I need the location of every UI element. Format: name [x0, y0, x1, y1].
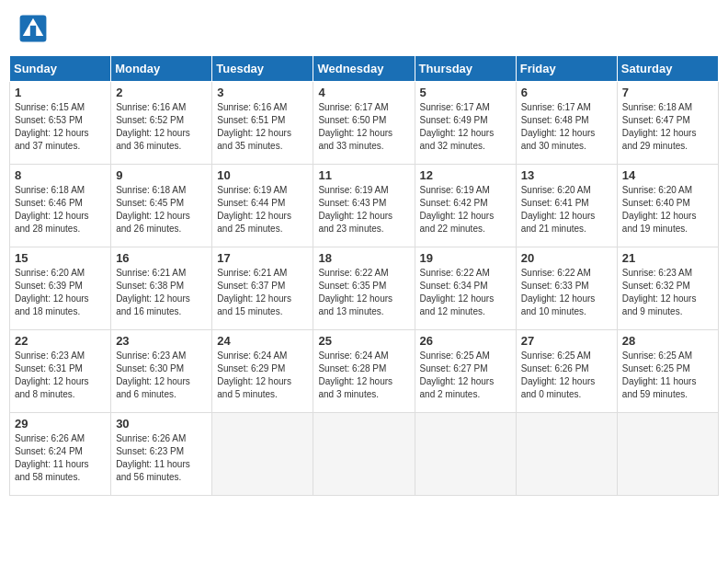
day-number: 21: [622, 251, 713, 265]
calendar-cell: 2 Sunrise: 6:16 AMSunset: 6:52 PMDayligh…: [111, 82, 212, 165]
day-detail: Sunrise: 6:22 AMSunset: 6:34 PMDaylight:…: [420, 267, 511, 318]
day-detail: Sunrise: 6:22 AMSunset: 6:33 PMDaylight:…: [521, 267, 612, 318]
calendar-cell: 15 Sunrise: 6:20 AMSunset: 6:39 PMDaylig…: [10, 247, 111, 330]
calendar-cell: 10 Sunrise: 6:19 AMSunset: 6:44 PMDaylig…: [212, 165, 313, 247]
calendar-week-4: 22 Sunrise: 6:23 AMSunset: 6:31 PMDaylig…: [10, 330, 719, 413]
svg-rect-2: [30, 26, 36, 36]
calendar-week-1: 1 Sunrise: 6:15 AMSunset: 6:53 PMDayligh…: [10, 82, 719, 165]
calendar-cell: 5 Sunrise: 6:17 AMSunset: 6:49 PMDayligh…: [415, 82, 516, 165]
day-detail: Sunrise: 6:15 AMSunset: 6:53 PMDaylight:…: [15, 101, 106, 153]
day-detail: Sunrise: 6:19 AMSunset: 6:42 PMDaylight:…: [420, 184, 511, 236]
day-number: 1: [15, 86, 106, 99]
calendar-cell: 27 Sunrise: 6:25 AMSunset: 6:26 PMDaylig…: [516, 330, 617, 413]
day-detail: Sunrise: 6:17 AMSunset: 6:50 PMDaylight:…: [318, 101, 409, 153]
day-number: 19: [420, 251, 511, 265]
day-detail: Sunrise: 6:21 AMSunset: 6:37 PMDaylight:…: [217, 267, 308, 318]
day-detail: Sunrise: 6:26 AMSunset: 6:24 PMDaylight:…: [15, 432, 106, 484]
calendar-cell: 28 Sunrise: 6:25 AMSunset: 6:25 PMDaylig…: [617, 330, 718, 413]
calendar-cell: 17 Sunrise: 6:21 AMSunset: 6:37 PMDaylig…: [212, 247, 313, 330]
day-detail: Sunrise: 6:20 AMSunset: 6:41 PMDaylight:…: [521, 184, 612, 236]
day-detail: Sunrise: 6:17 AMSunset: 6:48 PMDaylight:…: [521, 101, 612, 153]
weekday-header-friday: Friday: [516, 56, 617, 82]
day-detail: Sunrise: 6:24 AMSunset: 6:28 PMDaylight:…: [318, 350, 409, 401]
day-detail: Sunrise: 6:21 AMSunset: 6:38 PMDaylight:…: [116, 267, 207, 318]
calendar-cell: 24 Sunrise: 6:24 AMSunset: 6:29 PMDaylig…: [212, 330, 313, 413]
day-number: 7: [622, 86, 713, 99]
day-number: 16: [116, 251, 207, 265]
day-number: 20: [521, 251, 612, 265]
calendar-cell: 6 Sunrise: 6:17 AMSunset: 6:48 PMDayligh…: [516, 82, 617, 165]
calendar-cell: [313, 413, 415, 496]
weekday-header-sunday: Sunday: [10, 56, 111, 82]
day-detail: Sunrise: 6:25 AMSunset: 6:27 PMDaylight:…: [420, 350, 511, 401]
weekday-header-thursday: Thursday: [415, 56, 516, 82]
calendar-cell: 18 Sunrise: 6:22 AMSunset: 6:35 PMDaylig…: [313, 247, 415, 330]
calendar-cell: 3 Sunrise: 6:16 AMSunset: 6:51 PMDayligh…: [212, 82, 313, 165]
calendar-cell: [212, 413, 313, 496]
day-detail: Sunrise: 6:23 AMSunset: 6:32 PMDaylight:…: [622, 267, 713, 318]
calendar-cell: 12 Sunrise: 6:19 AMSunset: 6:42 PMDaylig…: [415, 165, 516, 247]
calendar-cell: 8 Sunrise: 6:18 AMSunset: 6:46 PMDayligh…: [10, 165, 111, 247]
calendar-cell: 22 Sunrise: 6:23 AMSunset: 6:31 PMDaylig…: [10, 330, 111, 413]
day-number: 4: [318, 86, 409, 99]
day-detail: Sunrise: 6:19 AMSunset: 6:44 PMDaylight:…: [217, 184, 308, 236]
day-detail: Sunrise: 6:20 AMSunset: 6:40 PMDaylight:…: [622, 184, 713, 236]
calendar-cell: 14 Sunrise: 6:20 AMSunset: 6:40 PMDaylig…: [617, 165, 718, 247]
day-number: 24: [217, 334, 308, 348]
calendar-week-5: 29 Sunrise: 6:26 AMSunset: 6:24 PMDaylig…: [10, 413, 719, 496]
day-number: 2: [116, 86, 207, 99]
calendar-cell: 30 Sunrise: 6:26 AMSunset: 6:23 PMDaylig…: [111, 413, 212, 496]
logo: [18, 14, 51, 43]
day-number: 30: [116, 417, 207, 431]
day-detail: Sunrise: 6:19 AMSunset: 6:43 PMDaylight:…: [318, 184, 409, 236]
day-detail: Sunrise: 6:25 AMSunset: 6:25 PMDaylight:…: [622, 350, 713, 401]
logo-icon: [18, 14, 48, 43]
weekday-header-tuesday: Tuesday: [212, 56, 313, 82]
day-detail: Sunrise: 6:25 AMSunset: 6:26 PMDaylight:…: [521, 350, 612, 401]
calendar: SundayMondayTuesdayWednesdayThursdayFrid…: [9, 55, 719, 496]
day-number: 28: [622, 334, 713, 348]
calendar-cell: 29 Sunrise: 6:26 AMSunset: 6:24 PMDaylig…: [10, 413, 111, 496]
day-number: 15: [15, 251, 106, 265]
day-number: 26: [420, 334, 511, 348]
day-number: 17: [217, 251, 308, 265]
calendar-cell: 16 Sunrise: 6:21 AMSunset: 6:38 PMDaylig…: [111, 247, 212, 330]
day-number: 25: [318, 334, 409, 348]
day-number: 9: [116, 168, 207, 182]
day-detail: Sunrise: 6:23 AMSunset: 6:30 PMDaylight:…: [116, 350, 207, 401]
calendar-cell: 23 Sunrise: 6:23 AMSunset: 6:30 PMDaylig…: [111, 330, 212, 413]
calendar-cell: 9 Sunrise: 6:18 AMSunset: 6:45 PMDayligh…: [111, 165, 212, 247]
day-number: 14: [622, 168, 713, 182]
day-detail: Sunrise: 6:24 AMSunset: 6:29 PMDaylight:…: [217, 350, 308, 401]
calendar-cell: 21 Sunrise: 6:23 AMSunset: 6:32 PMDaylig…: [617, 247, 718, 330]
day-detail: Sunrise: 6:18 AMSunset: 6:45 PMDaylight:…: [116, 184, 207, 236]
day-number: 3: [217, 86, 308, 99]
calendar-cell: 13 Sunrise: 6:20 AMSunset: 6:41 PMDaylig…: [516, 165, 617, 247]
day-number: 8: [15, 168, 106, 182]
day-detail: Sunrise: 6:22 AMSunset: 6:35 PMDaylight:…: [318, 267, 409, 318]
day-number: 27: [521, 334, 612, 348]
weekday-header-wednesday: Wednesday: [313, 56, 415, 82]
calendar-cell: 11 Sunrise: 6:19 AMSunset: 6:43 PMDaylig…: [313, 165, 415, 247]
calendar-cell: 7 Sunrise: 6:18 AMSunset: 6:47 PMDayligh…: [617, 82, 718, 165]
day-number: 11: [318, 168, 409, 182]
calendar-cell: 25 Sunrise: 6:24 AMSunset: 6:28 PMDaylig…: [313, 330, 415, 413]
day-number: 23: [116, 334, 207, 348]
calendar-cell: 26 Sunrise: 6:25 AMSunset: 6:27 PMDaylig…: [415, 330, 516, 413]
weekday-header-monday: Monday: [111, 56, 212, 82]
day-number: 5: [420, 86, 511, 99]
calendar-cell: [516, 413, 617, 496]
day-detail: Sunrise: 6:16 AMSunset: 6:52 PMDaylight:…: [116, 101, 207, 153]
day-detail: Sunrise: 6:16 AMSunset: 6:51 PMDaylight:…: [217, 101, 308, 153]
day-detail: Sunrise: 6:18 AMSunset: 6:47 PMDaylight:…: [622, 101, 713, 153]
day-detail: Sunrise: 6:23 AMSunset: 6:31 PMDaylight:…: [15, 350, 106, 401]
calendar-cell: 19 Sunrise: 6:22 AMSunset: 6:34 PMDaylig…: [415, 247, 516, 330]
day-number: 18: [318, 251, 409, 265]
day-number: 29: [15, 417, 106, 431]
calendar-week-2: 8 Sunrise: 6:18 AMSunset: 6:46 PMDayligh…: [10, 165, 719, 247]
day-detail: Sunrise: 6:26 AMSunset: 6:23 PMDaylight:…: [116, 432, 207, 484]
day-detail: Sunrise: 6:20 AMSunset: 6:39 PMDaylight:…: [15, 267, 106, 318]
calendar-cell: 4 Sunrise: 6:17 AMSunset: 6:50 PMDayligh…: [313, 82, 415, 165]
day-number: 6: [521, 86, 612, 99]
calendar-cell: 1 Sunrise: 6:15 AMSunset: 6:53 PMDayligh…: [10, 82, 111, 165]
